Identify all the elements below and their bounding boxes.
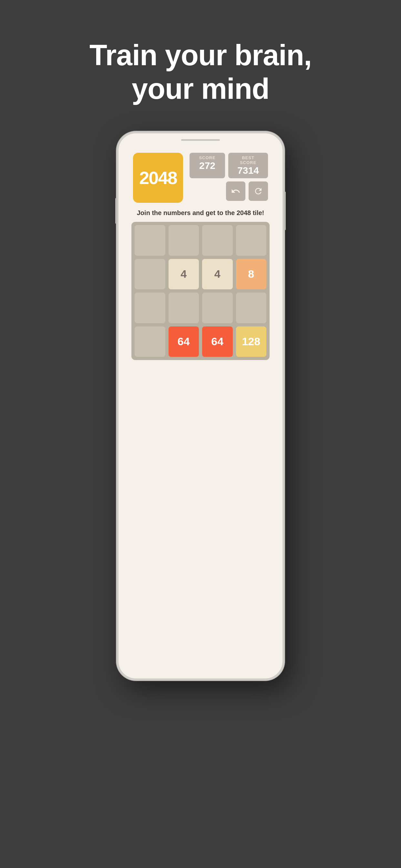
phone-mockup: 2048 SCORE 272 BEST SCORE 7314 xyxy=(0,125,401,680)
tagline-highlight: 2048 tile! xyxy=(237,209,265,216)
board-cell[interactable] xyxy=(168,292,199,323)
board-cell[interactable] xyxy=(135,259,165,290)
page-title: Train your brain, your mind xyxy=(0,0,401,125)
game-logo: 2048 xyxy=(133,153,183,203)
board-cell[interactable]: 4 xyxy=(168,259,199,290)
action-buttons-row xyxy=(226,182,268,201)
game-container: 2048 SCORE 272 BEST SCORE 7314 xyxy=(128,150,273,367)
phone-frame: 2048 SCORE 272 BEST SCORE 7314 xyxy=(117,131,284,680)
board-cell[interactable] xyxy=(236,292,267,323)
game-board[interactable]: 4486464128 xyxy=(131,222,270,360)
board-cell[interactable] xyxy=(236,225,267,256)
board-cell[interactable]: 128 xyxy=(236,327,267,357)
restart-icon xyxy=(253,186,263,196)
restart-button[interactable] xyxy=(249,182,268,201)
best-score-label: BEST SCORE xyxy=(234,155,262,165)
board-cell[interactable]: 8 xyxy=(236,259,267,290)
board-cell[interactable]: 64 xyxy=(168,327,199,357)
game-header: 2048 SCORE 272 BEST SCORE 7314 xyxy=(131,153,270,203)
phone-notch xyxy=(181,139,220,141)
board-cell[interactable] xyxy=(202,225,233,256)
best-score-value: 7314 xyxy=(234,165,262,176)
board-cell[interactable] xyxy=(135,327,165,357)
board-cell[interactable]: 64 xyxy=(202,327,233,357)
best-score-box: BEST SCORE 7314 xyxy=(228,153,268,178)
board-cell[interactable] xyxy=(202,292,233,323)
board-cell[interactable] xyxy=(135,292,165,323)
score-value: 272 xyxy=(195,160,219,171)
score-buttons-row: SCORE 272 BEST SCORE 7314 xyxy=(189,153,268,178)
undo-icon xyxy=(231,186,241,196)
logo-text: 2048 xyxy=(139,167,177,188)
tagline: Join the numbers and get to the 2048 til… xyxy=(131,209,270,217)
board-cell[interactable]: 4 xyxy=(202,259,233,290)
phone-side-button-right xyxy=(284,191,286,230)
board-cell[interactable] xyxy=(135,225,165,256)
phone-side-button-left xyxy=(115,198,117,224)
score-box: SCORE 272 xyxy=(189,153,225,178)
score-label: SCORE xyxy=(195,155,219,160)
undo-button[interactable] xyxy=(226,182,245,201)
board-cell[interactable] xyxy=(168,225,199,256)
scores-area: SCORE 272 BEST SCORE 7314 xyxy=(183,153,268,201)
